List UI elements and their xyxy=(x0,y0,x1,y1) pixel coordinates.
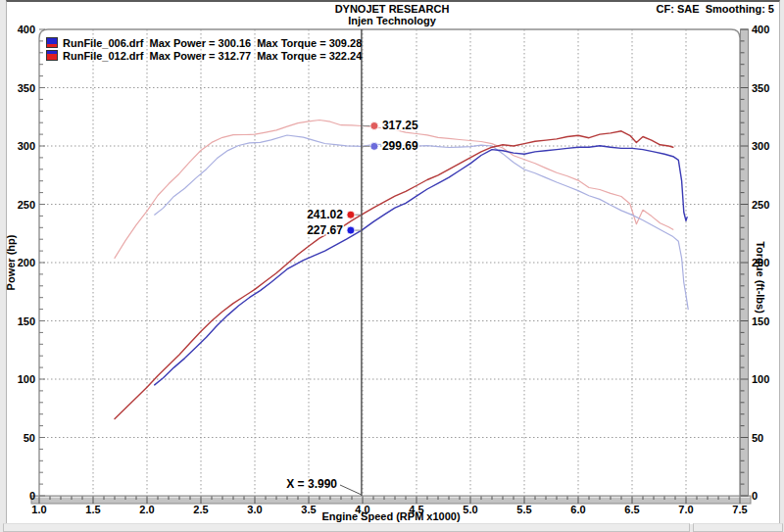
power-axis-title: Power (hp) xyxy=(5,235,17,291)
legend-max-torque: Max Torque = 309.28 xyxy=(257,37,362,49)
rpm-axis-title: Engine Speed (RPM x1000) xyxy=(39,510,743,522)
status-panel-right xyxy=(693,523,783,532)
status-panel-left xyxy=(3,523,690,532)
status-bar xyxy=(0,523,784,532)
legend-max-power: Max Power = 312.77 xyxy=(150,50,252,62)
page-subtitle: Injen Technology xyxy=(0,15,784,26)
chart-panel xyxy=(6,0,780,524)
torque-axis-title: Torque (ft-lbs) xyxy=(755,241,766,314)
run012-color-swatch-icon xyxy=(46,50,58,61)
legend-file-name: RunFile_012.drf xyxy=(63,50,144,62)
legend-file-name: RunFile_006.drf xyxy=(63,37,144,49)
legend-max-power: Max Power = 300.16 xyxy=(150,37,252,49)
correction-smoothing-label: CF: SAE Smoothing: 5 xyxy=(657,3,774,15)
legend-item-run012[interactable]: RunFile_012.drf Max Power = 312.77 Max T… xyxy=(46,49,368,62)
legend: RunFile_006.drf Max Power = 300.16 Max T… xyxy=(46,36,368,62)
dynojet-window: DYNOJET RESEARCH Injen Technology CF: SA… xyxy=(0,0,784,532)
run006-color-swatch-icon xyxy=(46,37,58,48)
legend-item-run006[interactable]: RunFile_006.drf Max Power = 300.16 Max T… xyxy=(46,36,368,49)
legend-max-torque: Max Torque = 322.24 xyxy=(257,50,362,62)
